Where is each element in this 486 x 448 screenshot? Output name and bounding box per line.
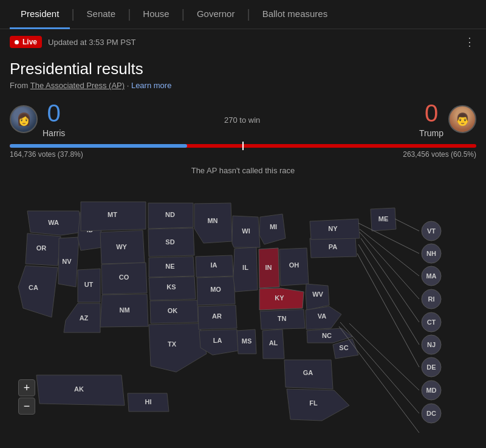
state-NJ-circle[interactable] bbox=[422, 335, 441, 354]
progress-bar-container: 164,736 votes (37.8%) 263,456 votes (60.… bbox=[10, 144, 476, 159]
state-OH[interactable] bbox=[279, 248, 309, 286]
tab-president[interactable]: President bbox=[10, 0, 70, 29]
connector-ME bbox=[395, 219, 419, 231]
state-ND[interactable] bbox=[148, 203, 193, 229]
tab-house[interactable]: House bbox=[132, 0, 180, 29]
trump-score: 0 bbox=[425, 100, 438, 127]
state-IL[interactable] bbox=[233, 247, 258, 292]
live-indicator bbox=[15, 40, 19, 44]
trump-avatar: 👨 bbox=[448, 105, 476, 133]
state-DC-circle[interactable] bbox=[422, 404, 441, 423]
state-CA[interactable] bbox=[18, 266, 58, 317]
state-IN[interactable] bbox=[259, 248, 279, 288]
source-sep: · bbox=[125, 81, 131, 90]
state-AK[interactable] bbox=[36, 375, 125, 405]
header-bar: Live Updated at 3:53 PM PST ⋮ bbox=[0, 29, 486, 55]
state-NH-circle[interactable] bbox=[422, 244, 441, 263]
state-WY[interactable] bbox=[100, 230, 145, 264]
harris-votes: 164,736 votes (37.8%) bbox=[10, 150, 83, 159]
live-badge: Live bbox=[10, 36, 42, 48]
tab-governor[interactable]: Governor bbox=[186, 0, 246, 29]
connector-MD bbox=[340, 322, 419, 413]
trump-name: Trump bbox=[419, 128, 443, 138]
navigation: President | Senate | House | Governor | … bbox=[0, 0, 486, 29]
state-TN[interactable] bbox=[260, 309, 305, 329]
connector-DE bbox=[349, 323, 419, 390]
more-options-button[interactable]: ⋮ bbox=[464, 35, 476, 49]
race-status: The AP hasn't called this race bbox=[0, 162, 486, 177]
state-DE-circle[interactable] bbox=[422, 357, 441, 377]
connector-NH bbox=[360, 229, 419, 276]
zoom-out-button[interactable]: − bbox=[18, 398, 35, 415]
page-title: Presidential results bbox=[10, 60, 476, 78]
harris-info: 0 Harris bbox=[43, 100, 65, 138]
state-NM[interactable] bbox=[100, 294, 148, 327]
trump-candidate: 0 Trump 👨 bbox=[419, 100, 476, 138]
state-PA[interactable] bbox=[310, 237, 357, 258]
connector-RI bbox=[361, 238, 419, 322]
harris-score: 0 bbox=[47, 100, 61, 127]
state-NE[interactable] bbox=[149, 257, 194, 277]
tab-ballot-measures[interactable]: Ballot measures bbox=[252, 0, 339, 29]
connector-NJ bbox=[357, 253, 419, 367]
state-OK[interactable] bbox=[150, 300, 198, 323]
tab-senate[interactable]: Senate bbox=[76, 0, 127, 29]
state-CT-circle[interactable] bbox=[422, 312, 441, 332]
state-FL[interactable] bbox=[287, 389, 349, 421]
state-VA[interactable] bbox=[306, 306, 341, 329]
us-map-svg: WA OR CA NV ID MT WY UT AZ CO NM ND bbox=[0, 177, 486, 433]
state-MT[interactable] bbox=[81, 202, 146, 231]
zoom-controls: + − bbox=[18, 379, 35, 415]
candidates-section: 👩 0 Harris 270 to win 0 Trump 👨 bbox=[0, 92, 486, 140]
state-GA[interactable] bbox=[284, 360, 333, 389]
source-link[interactable]: The Associated Press (AP) bbox=[30, 81, 125, 90]
live-label: Live bbox=[22, 38, 37, 46]
state-WA[interactable] bbox=[27, 211, 82, 235]
state-OR[interactable] bbox=[26, 233, 61, 266]
connector-DC bbox=[339, 326, 419, 433]
zoom-in-button[interactable]: + bbox=[18, 379, 35, 396]
threshold-label: 270 to win bbox=[65, 115, 419, 125]
update-time: Updated at 3:53 PM PST bbox=[48, 38, 136, 47]
harris-name: Harris bbox=[43, 128, 65, 138]
state-MD-circle[interactable] bbox=[422, 381, 441, 400]
candidates-row: 👩 0 Harris 270 to win 0 Trump 👨 bbox=[10, 100, 476, 138]
state-MA-circle[interactable] bbox=[422, 266, 441, 286]
state-MN[interactable] bbox=[194, 203, 232, 243]
state-UT[interactable] bbox=[78, 269, 100, 302]
harris-avatar: 👩 bbox=[10, 105, 38, 133]
harris-candidate: 👩 0 Harris bbox=[10, 100, 65, 138]
source-line: From The Associated Press (AP) · Learn m… bbox=[10, 81, 476, 90]
state-NY[interactable] bbox=[310, 219, 360, 240]
state-KY[interactable] bbox=[259, 288, 304, 310]
state-VT-circle[interactable] bbox=[422, 221, 441, 241]
state-IA[interactable] bbox=[196, 255, 233, 277]
state-AR[interactable] bbox=[198, 305, 237, 329]
state-CO[interactable] bbox=[101, 263, 147, 294]
state-WV[interactable] bbox=[306, 284, 329, 310]
state-SD[interactable] bbox=[148, 228, 194, 257]
harris-progress bbox=[10, 144, 187, 148]
learn-more-link[interactable]: Learn more bbox=[131, 81, 171, 90]
trump-info: 0 Trump bbox=[419, 100, 443, 138]
connector-MA bbox=[360, 232, 419, 299]
state-MS[interactable] bbox=[237, 329, 256, 354]
state-WI[interactable] bbox=[232, 216, 260, 247]
state-NV[interactable] bbox=[58, 237, 79, 287]
state-RI-circle[interactable] bbox=[422, 289, 441, 309]
map-container: WA OR CA NV ID MT WY UT AZ CO NM ND bbox=[0, 177, 486, 433]
win-threshold: 270 to win bbox=[65, 115, 419, 125]
state-AL[interactable] bbox=[262, 329, 284, 359]
source-prefix: From bbox=[10, 81, 30, 90]
state-MI[interactable] bbox=[259, 214, 286, 244]
progress-bar bbox=[10, 144, 476, 148]
state-KS[interactable] bbox=[149, 277, 196, 300]
state-MO[interactable] bbox=[197, 277, 235, 305]
state-TX[interactable] bbox=[149, 323, 207, 372]
state-ME[interactable] bbox=[371, 208, 396, 231]
state-HI[interactable] bbox=[128, 393, 169, 412]
trump-votes: 263,456 votes (60.5%) bbox=[403, 150, 476, 159]
header-left: Live Updated at 3:53 PM PST bbox=[10, 36, 136, 48]
title-section: Presidential results From The Associated… bbox=[0, 55, 486, 92]
state-AZ[interactable] bbox=[64, 303, 100, 333]
